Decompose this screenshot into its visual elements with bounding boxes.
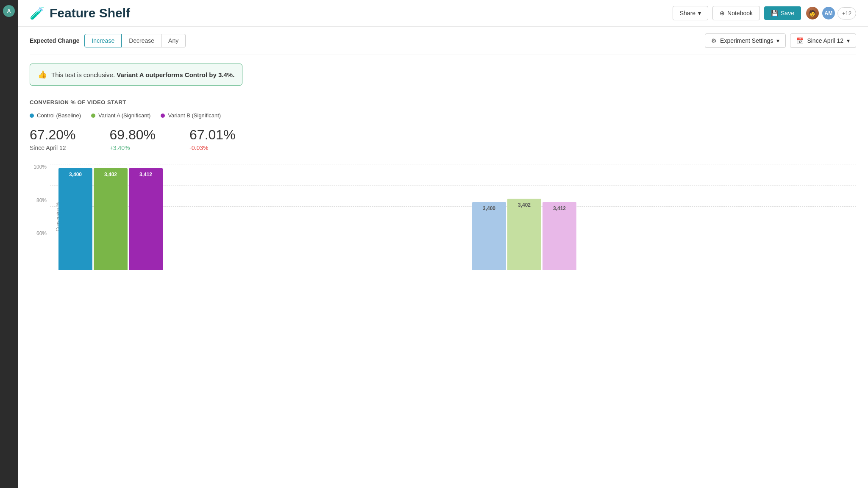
filter-right: ⚙ Experiment Settings ▾ 📅 Since April 12… [705, 33, 856, 48]
legend-variant-a: Variant A (Significant) [91, 112, 150, 119]
sidebar-logo[interactable]: A [3, 5, 15, 17]
bars-container: 3,400 3,402 3,412 [50, 168, 856, 270]
bar-variant-a-light: 3,402 [507, 199, 541, 270]
main-content: 🧪 Feature Shelf Share ▾ ⊕ Notebook 💾 Sav… [18, 0, 868, 488]
since-date-button[interactable]: 📅 Since April 12 ▾ [790, 33, 856, 48]
bar-variant-b-solid: 3,412 [129, 168, 163, 270]
metric-variant-a: 69.80% +3.40% [110, 127, 156, 151]
legend-dot-variant-a [91, 114, 95, 118]
bar-variant-b-label: 3,412 [139, 172, 152, 177]
filter-label: Expected Change [30, 37, 79, 44]
chart-area: Conversion % [50, 164, 856, 270]
chart-legend: Control (Baseline) Variant A (Significan… [30, 112, 856, 119]
legend-dot-variant-b [161, 114, 165, 118]
experiment-settings-button[interactable]: ⚙ Experiment Settings ▾ [705, 33, 786, 48]
metric-variant-a-change: +3.40% [110, 144, 156, 151]
metrics-row: 67.20% Since April 12 69.80% +3.40% 67.0… [30, 127, 856, 151]
bar-group-1: 3,400 3,402 3,412 [58, 168, 434, 270]
chevron-icon2: ▾ [847, 37, 850, 44]
metric-variant-b: 67.01% -0.03% [189, 127, 236, 151]
metric-control-sub: Since April 12 [30, 144, 76, 151]
filter-any[interactable]: Any [161, 34, 186, 47]
thumbs-up-icon: 👍 [38, 70, 47, 79]
banner-text: This test is conclusive. Variant A outpe… [51, 71, 234, 78]
bar-variant-a-light-label: 3,402 [518, 202, 531, 208]
y-axis: 100% 80% 60% 40% [30, 164, 50, 270]
user-photo: 🧑 [806, 7, 819, 19]
filter-increase[interactable]: Increase [84, 34, 122, 47]
avatar-count[interactable]: +12 [837, 7, 856, 19]
bar-control-label: 3,400 [69, 172, 82, 177]
chart-wrapper: 100% 80% 60% 40% Conversion % [30, 164, 856, 270]
legend-label-control: Control (Baseline) [37, 112, 81, 119]
avatar-user: 🧑 [805, 6, 820, 20]
content-area: Expected Change Increase Decrease Any ⚙ … [18, 27, 868, 282]
conclusive-banner: 👍 This test is conclusive. Variant A out… [30, 64, 242, 86]
avatar-am: AM [821, 6, 836, 20]
page-title: Feature Shelf [50, 6, 130, 20]
y-label-100: 100% [30, 164, 47, 170]
legend-variant-b: Variant B (Significant) [161, 112, 221, 119]
metric-control: 67.20% Since April 12 [30, 127, 76, 151]
notebook-button[interactable]: ⊕ Notebook [712, 6, 760, 20]
flask-icon: 🧪 [30, 6, 45, 20]
y-label-80: 80% [30, 197, 47, 203]
chart-section: CONVERSION % OF VIDEO START Control (Bas… [30, 99, 856, 270]
header-right: Share ▾ ⊕ Notebook 💾 Save 🧑 AM +12 [673, 6, 856, 20]
sidebar: A [0, 0, 18, 488]
bar-variant-b-light-label: 3,412 [553, 205, 566, 211]
settings-icon: ⚙ [711, 37, 717, 44]
legend-label-variant-a: Variant A (Significant) [98, 112, 150, 119]
plus-icon: ⊕ [720, 10, 725, 17]
header: 🧪 Feature Shelf Share ▾ ⊕ Notebook 💾 Sav… [18, 0, 868, 27]
legend-dot-control [30, 114, 34, 118]
chart-inner: 3,400 3,402 3,412 [50, 164, 856, 270]
filter-bar: Expected Change Increase Decrease Any ⚙ … [30, 27, 856, 55]
chevron-icon: ▾ [776, 37, 779, 44]
save-icon: 💾 [771, 10, 778, 17]
y-label-60: 60% [30, 230, 47, 236]
metric-variant-a-value: 69.80% [110, 127, 156, 143]
filter-decrease[interactable]: Decrease [122, 34, 161, 47]
bar-control-solid: 3,400 [58, 168, 92, 270]
filter-left: Expected Change Increase Decrease Any [30, 34, 186, 47]
bar-control-light: 3,400 [472, 202, 506, 270]
legend-label-variant-b: Variant B (Significant) [168, 112, 221, 119]
metric-variant-b-value: 67.01% [189, 127, 236, 143]
bar-variant-b-light: 3,412 [542, 202, 576, 270]
bar-group-2: 3,400 3,402 3,412 [472, 199, 848, 270]
bar-variant-a-solid: 3,402 [94, 168, 128, 270]
bar-variant-a-label: 3,402 [104, 172, 117, 177]
header-left: 🧪 Feature Shelf [30, 6, 130, 20]
bar-control-light-label: 3,400 [483, 205, 495, 211]
calendar-icon: 📅 [796, 37, 804, 44]
legend-control: Control (Baseline) [30, 112, 81, 119]
filter-buttons: Increase Decrease Any [84, 34, 186, 47]
metric-variant-b-change: -0.03% [189, 144, 236, 151]
metric-control-value: 67.20% [30, 127, 76, 143]
save-button[interactable]: 💾 Save [764, 6, 801, 20]
grid-line-100 [50, 164, 856, 164]
avatar-group: 🧑 AM +12 [805, 6, 856, 20]
share-button[interactable]: Share ▾ [673, 6, 708, 20]
chevron-down-icon: ▾ [698, 10, 701, 17]
chart-title: CONVERSION % OF VIDEO START [30, 99, 856, 105]
